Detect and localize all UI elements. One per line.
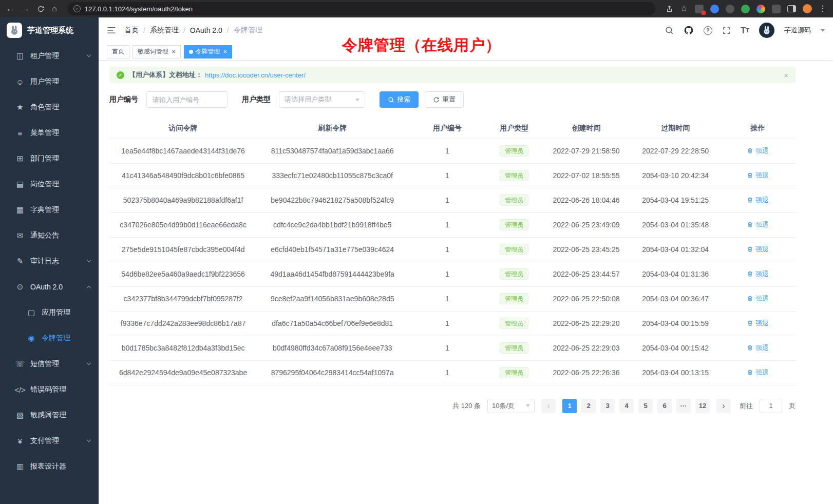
force-logout-button[interactable]: 强退 xyxy=(747,196,769,205)
sidebar-panel-icon[interactable] xyxy=(787,5,796,12)
reload-icon[interactable] xyxy=(37,5,45,13)
sidebar-item-sensitive-word[interactable]: ▧ 敏感词管理 xyxy=(0,402,99,428)
user-menu-caret-icon[interactable] xyxy=(821,29,825,32)
sidebar-item-user[interactable]: ☺ 用户管理 xyxy=(0,69,99,94)
tab-close-icon[interactable]: × xyxy=(172,48,176,55)
share-icon[interactable] xyxy=(666,5,673,13)
sidebar-item-notice[interactable]: ✉ 通知公告 xyxy=(0,223,99,248)
user-type-cell: 管理员 xyxy=(487,262,542,286)
user-type-cell: 管理员 xyxy=(487,188,542,212)
refresh-token-cell: e6cfd40eb1f54571a31e775e039c4624 xyxy=(257,237,408,262)
extension-puzzle-icon[interactable] xyxy=(772,5,781,13)
tab-close-icon[interactable]: × xyxy=(223,48,228,55)
force-logout-button[interactable]: 强退 xyxy=(747,269,769,279)
page-content: ✓ 【用户体系】文档地址： https://doc.iocoder.cn/use… xyxy=(99,61,833,504)
sidebar-item-dict[interactable]: ▦ 字典管理 xyxy=(0,197,99,223)
page-button-4[interactable]: 4 xyxy=(619,399,634,413)
collapse-sidebar-icon[interactable] xyxy=(107,26,116,34)
user-type-badge: 管理员 xyxy=(500,293,528,304)
sidebar-item-report[interactable]: ▥ 报表设计器 xyxy=(0,454,99,479)
user-id-input[interactable] xyxy=(146,91,228,108)
sidebar-item-oauth2-app[interactable]: ▢ 应用管理 xyxy=(0,300,99,325)
prev-page-button[interactable]: ‹ xyxy=(541,399,556,413)
extension-blue-icon[interactable] xyxy=(710,5,719,13)
fullscreen-icon[interactable] xyxy=(722,26,731,35)
next-page-button[interactable]: › xyxy=(716,399,731,413)
force-logout-button[interactable]: 强退 xyxy=(747,245,769,254)
sidebar-item-role[interactable]: ★ 角色管理 xyxy=(0,94,99,120)
delete-icon xyxy=(747,320,753,326)
page-button-1[interactable]: 1 xyxy=(562,399,577,413)
home-icon[interactable]: ⌂ xyxy=(52,5,57,13)
github-icon[interactable] xyxy=(684,25,694,35)
extension-dark-icon[interactable] xyxy=(726,5,734,13)
user-avatar[interactable] xyxy=(759,23,774,38)
tenant-icon: ◫ xyxy=(14,51,26,61)
help-icon[interactable]: ? xyxy=(704,26,712,35)
search-icon[interactable] xyxy=(665,26,674,35)
view-tab[interactable]: 敏感词管理 × xyxy=(132,45,181,59)
force-logout-button[interactable]: 强退 xyxy=(747,146,769,156)
address-bar[interactable]: i 127.0.0.1:1024/system/oauth2/token xyxy=(67,2,655,15)
view-tab[interactable]: 首页 xyxy=(107,45,129,59)
breadcrumb-item[interactable]: OAuth 2.0 xyxy=(190,26,222,34)
bookmark-star-icon[interactable]: ☆ xyxy=(680,5,688,13)
force-logout-button[interactable]: 强退 xyxy=(747,294,769,303)
force-logout-button[interactable]: 强退 xyxy=(747,343,769,353)
force-logout-button[interactable]: 强退 xyxy=(747,220,769,229)
profile-avatar-icon[interactable] xyxy=(803,4,812,13)
sidebar-item-audit-log[interactable]: ✎ 审计日志 xyxy=(0,248,99,274)
url-text: 127.0.0.1:1024/system/oauth2/token xyxy=(85,5,193,13)
breadcrumb-item[interactable]: 首页 xyxy=(124,26,139,35)
app-logo[interactable]: 芋道管理系统 xyxy=(0,17,99,43)
breadcrumb-item[interactable]: 系统管理 xyxy=(150,26,179,35)
view-tab[interactable]: 令牌管理 × xyxy=(184,45,233,59)
user-id-cell: 1 xyxy=(408,360,487,385)
expire-time-cell: 2054-03-04 00:15:42 xyxy=(631,336,720,360)
page-button-6[interactable]: 6 xyxy=(657,399,672,413)
user-name[interactable]: 芋道源码 xyxy=(784,26,811,35)
page-button-12[interactable]: 12 xyxy=(695,399,710,413)
expire-time-cell: 2054-03-04 00:36:47 xyxy=(631,286,720,311)
column-header: 用户编号 xyxy=(408,118,487,139)
page-button-3[interactable]: 3 xyxy=(600,399,615,413)
sidebar-item-dept[interactable]: ⊞ 部门管理 xyxy=(0,146,99,171)
sidebar-item-sms[interactable]: ☏ 短信管理 xyxy=(0,351,99,377)
page-button-5[interactable]: 5 xyxy=(638,399,653,413)
forward-icon[interactable]: → xyxy=(22,5,30,13)
sidebar-item-oauth2[interactable]: ⊙ OAuth 2.0 xyxy=(0,274,99,300)
more-menu-icon[interactable]: ⋮ xyxy=(819,5,827,13)
chevron-icon xyxy=(87,53,91,57)
extension-red-badge-icon[interactable] xyxy=(695,5,704,13)
reset-button[interactable]: 重置 xyxy=(425,91,464,108)
force-logout-button[interactable]: 强退 xyxy=(747,319,769,328)
refresh-token-cell: 9ce8ef2aa9f14056b831ae9b608e28d5 xyxy=(257,286,408,311)
action-cell: 强退 xyxy=(720,163,796,188)
goto-page-input[interactable] xyxy=(760,399,782,413)
sidebar-item-pay[interactable]: ¥ 支付管理 xyxy=(0,428,99,454)
doc-link[interactable]: https://doc.iocoder.cn/user-center/ xyxy=(205,71,306,79)
page-ellipsis-button[interactable]: ··· xyxy=(676,399,691,413)
token-table: 访问令牌刷新令牌用户编号用户类型创建时间过期时间操作 1ea5e44f8bc14… xyxy=(109,118,796,385)
created-time-cell: 2022-06-26 18:04:46 xyxy=(542,188,631,212)
sidebar-item-tenant[interactable]: ◫ 租户管理 xyxy=(0,43,99,69)
sidebar-item-oauth2-token[interactable]: ◉ 令牌管理 xyxy=(0,325,99,351)
force-logout-button[interactable]: 强退 xyxy=(747,368,769,377)
sidebar-item-error-code[interactable]: </> 错误码管理 xyxy=(0,377,99,402)
sidebar-item-post[interactable]: ▤ 岗位管理 xyxy=(0,171,99,197)
access-token-cell: c342377bf8b344799dcbf7bf095287f2 xyxy=(109,286,257,311)
page-size-select[interactable]: 10条/页 xyxy=(487,399,535,413)
site-info-icon[interactable]: i xyxy=(73,5,81,12)
extension-pinwheel-icon[interactable] xyxy=(756,5,765,13)
alert-close-icon[interactable]: × xyxy=(784,71,788,80)
extension-green-icon[interactable] xyxy=(741,5,750,13)
back-icon[interactable]: ← xyxy=(6,5,14,13)
refresh-token-cell: dfa6c71a50a54c66bef706ef9e6e8d81 xyxy=(257,311,408,336)
font-size-icon[interactable]: TT xyxy=(741,26,749,35)
force-logout-button[interactable]: 强退 xyxy=(747,171,769,180)
sidebar-item-menu[interactable]: ≡ 菜单管理 xyxy=(0,120,99,146)
page-button-2[interactable]: 2 xyxy=(581,399,596,413)
search-button[interactable]: 搜索 xyxy=(380,91,419,108)
expire-time-cell: 2054-03-04 00:15:59 xyxy=(631,311,720,336)
user-type-select[interactable]: 请选择用户类型 xyxy=(279,91,365,108)
